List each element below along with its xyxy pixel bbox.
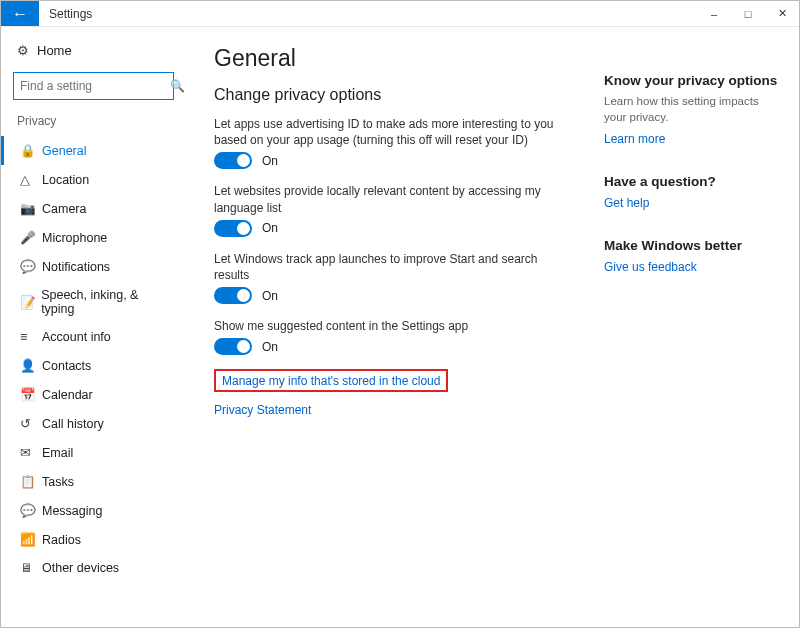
manage-cloud-highlight: Manage my info that's stored in the clou… bbox=[214, 369, 448, 392]
callhistory-icon: ↺ bbox=[20, 416, 42, 431]
aside-know-text: Learn how this setting impacts your priv… bbox=[604, 94, 779, 125]
camera-icon: 📷 bbox=[20, 201, 42, 216]
privacy-statement-link[interactable]: Privacy Statement bbox=[214, 403, 311, 417]
close-button[interactable]: ✕ bbox=[765, 1, 799, 26]
minimize-button[interactable]: – bbox=[697, 1, 731, 26]
sidebar-item-label: Location bbox=[42, 173, 89, 187]
sidebar-item-email[interactable]: ✉Email bbox=[1, 438, 186, 467]
sidebar-item-account-info[interactable]: ≡Account info bbox=[1, 323, 186, 351]
toggle-switch[interactable] bbox=[214, 152, 252, 169]
sidebar-item-label: General bbox=[42, 144, 86, 158]
toggle-switch[interactable] bbox=[214, 338, 252, 355]
toggle-state-label: On bbox=[262, 340, 278, 354]
privacy-option: Let apps use advertising ID to make ads … bbox=[214, 116, 574, 169]
manage-cloud-link[interactable]: Manage my info that's stored in the clou… bbox=[222, 374, 440, 388]
aside-know-heading: Know your privacy options bbox=[604, 73, 779, 88]
sidebar-item-radios[interactable]: 📶Radios bbox=[1, 525, 186, 554]
sidebar-item-label: Call history bbox=[42, 417, 104, 431]
search-input[interactable] bbox=[20, 79, 170, 93]
option-description: Let websites provide locally relevant co… bbox=[214, 183, 574, 215]
radios-icon: 📶 bbox=[20, 532, 42, 547]
sidebar-item-label: Calendar bbox=[42, 388, 93, 402]
messaging-icon: 💬 bbox=[20, 503, 42, 518]
sidebar-item-label: Tasks bbox=[42, 475, 74, 489]
page-title: General bbox=[214, 45, 574, 72]
get-help-link[interactable]: Get help bbox=[604, 196, 649, 210]
aside-panel: Know your privacy options Learn how this… bbox=[574, 45, 799, 627]
options-list: Let apps use advertising ID to make ads … bbox=[214, 116, 574, 355]
otherdevices-icon: 🖥 bbox=[20, 561, 42, 575]
contacts-icon: 👤 bbox=[20, 358, 42, 373]
sidebar: ⚙ Home 🔍 Privacy 🔒General△Location📷Camer… bbox=[1, 27, 186, 627]
sidebar-item-notifications[interactable]: 💬Notifications bbox=[1, 252, 186, 281]
back-icon: ← bbox=[12, 5, 28, 23]
content-area: ⚙ Home 🔍 Privacy 🔒General△Location📷Camer… bbox=[1, 27, 799, 627]
settings-window: ← Settings – □ ✕ ⚙ Home 🔍 Privacy 🔒Gener… bbox=[0, 0, 800, 628]
option-description: Let apps use advertising ID to make ads … bbox=[214, 116, 574, 148]
window-controls: – □ ✕ bbox=[697, 1, 799, 26]
feedback-link[interactable]: Give us feedback bbox=[604, 260, 697, 274]
privacy-option: Let Windows track app launches to improv… bbox=[214, 251, 574, 304]
email-icon: ✉ bbox=[20, 445, 42, 460]
home-button[interactable]: ⚙ Home bbox=[1, 37, 186, 64]
gear-icon: ⚙ bbox=[17, 43, 37, 58]
sidebar-item-general[interactable]: 🔒General bbox=[1, 136, 186, 165]
sidebar-item-messaging[interactable]: 💬Messaging bbox=[1, 496, 186, 525]
toggle-state-label: On bbox=[262, 221, 278, 235]
lock-icon: 🔒 bbox=[20, 143, 42, 158]
sidebar-item-camera[interactable]: 📷Camera bbox=[1, 194, 186, 223]
sidebar-item-microphone[interactable]: 🎤Microphone bbox=[1, 223, 186, 252]
tasks-icon: 📋 bbox=[20, 474, 42, 489]
sidebar-item-tasks[interactable]: 📋Tasks bbox=[1, 467, 186, 496]
toggle-switch[interactable] bbox=[214, 220, 252, 237]
back-button[interactable]: ← bbox=[1, 1, 39, 26]
sidebar-item-label: Camera bbox=[42, 202, 86, 216]
notifications-icon: 💬 bbox=[20, 259, 42, 274]
aside-question-heading: Have a question? bbox=[604, 174, 779, 189]
sidebar-item-call-history[interactable]: ↺Call history bbox=[1, 409, 186, 438]
titlebar: ← Settings – □ ✕ bbox=[1, 1, 799, 27]
sidebar-item-contacts[interactable]: 👤Contacts bbox=[1, 351, 186, 380]
location-icon: △ bbox=[20, 172, 42, 187]
sidebar-item-label: Radios bbox=[42, 533, 81, 547]
sidebar-item-speech-inking-typing[interactable]: 📝Speech, inking, & typing bbox=[1, 281, 186, 323]
sidebar-item-label: Other devices bbox=[42, 561, 119, 575]
toggle-switch[interactable] bbox=[214, 287, 252, 304]
home-label: Home bbox=[37, 43, 72, 58]
search-icon: 🔍 bbox=[170, 79, 185, 93]
main-panel: General Change privacy options Let apps … bbox=[186, 27, 799, 627]
sidebar-item-label: Notifications bbox=[42, 260, 110, 274]
page-subtitle: Change privacy options bbox=[214, 86, 574, 104]
sidebar-item-label: Speech, inking, & typing bbox=[41, 288, 170, 316]
learn-more-link[interactable]: Learn more bbox=[604, 132, 665, 146]
search-box[interactable]: 🔍 bbox=[13, 72, 174, 100]
privacy-option: Let websites provide locally relevant co… bbox=[214, 183, 574, 236]
sidebar-item-label: Microphone bbox=[42, 231, 107, 245]
window-title: Settings bbox=[39, 1, 697, 26]
nav-list: 🔒General△Location📷Camera🎤Microphone💬Noti… bbox=[1, 136, 186, 582]
option-description: Let Windows track app launches to improv… bbox=[214, 251, 574, 283]
sidebar-item-label: Account info bbox=[42, 330, 111, 344]
sidebar-item-calendar[interactable]: 📅Calendar bbox=[1, 380, 186, 409]
sidebar-section-label: Privacy bbox=[1, 114, 186, 136]
speech-icon: 📝 bbox=[20, 295, 41, 310]
toggle-state-label: On bbox=[262, 154, 278, 168]
sidebar-item-label: Contacts bbox=[42, 359, 91, 373]
account-icon: ≡ bbox=[20, 330, 42, 344]
maximize-button[interactable]: □ bbox=[731, 1, 765, 26]
calendar-icon: 📅 bbox=[20, 387, 42, 402]
privacy-option: Show me suggested content in the Setting… bbox=[214, 318, 574, 355]
sidebar-item-label: Messaging bbox=[42, 504, 102, 518]
microphone-icon: 🎤 bbox=[20, 230, 42, 245]
sidebar-item-location[interactable]: △Location bbox=[1, 165, 186, 194]
option-description: Show me suggested content in the Setting… bbox=[214, 318, 574, 334]
sidebar-item-label: Email bbox=[42, 446, 73, 460]
aside-better-heading: Make Windows better bbox=[604, 238, 779, 253]
sidebar-item-other-devices[interactable]: 🖥Other devices bbox=[1, 554, 186, 582]
toggle-state-label: On bbox=[262, 289, 278, 303]
